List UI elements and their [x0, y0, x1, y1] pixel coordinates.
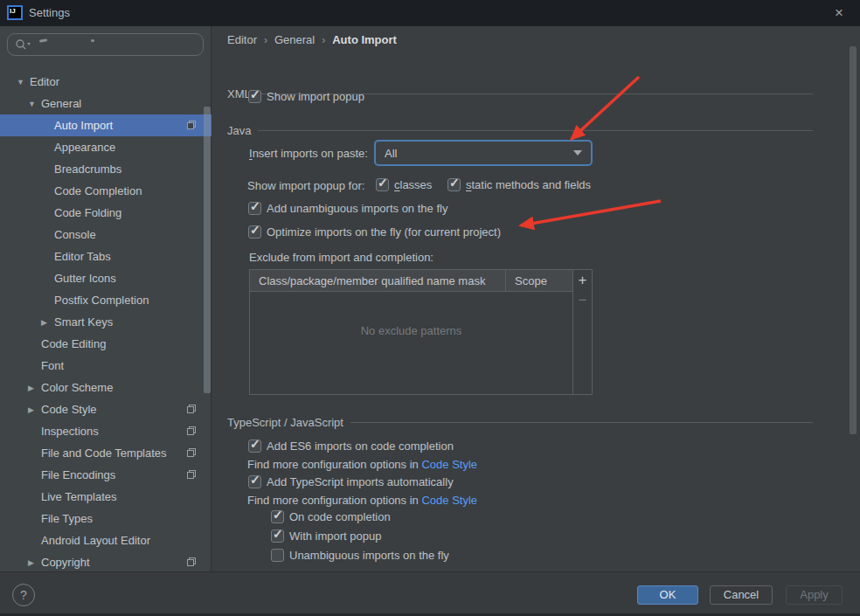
on-code-completion-checkbox[interactable]: ✓ — [271, 510, 284, 523]
breadcrumb-separator: › — [264, 34, 267, 46]
sidebar-item-android-layout-editor[interactable]: Android Layout Editor — [0, 529, 212, 551]
add-es6-checkbox[interactable]: ✓ — [248, 440, 261, 453]
optimize-imports-row: ✓ Optimize imports on the fly (for curre… — [248, 225, 501, 239]
breadcrumb-item-auto-import[interactable]: Auto Import — [332, 33, 397, 46]
sidebar-item-file-types[interactable]: File Types — [0, 508, 212, 529]
project-override-icon — [186, 404, 197, 414]
show-import-popup-checkbox[interactable]: ✓ — [248, 90, 261, 103]
title-bar: IJ Settings × — [0, 0, 860, 26]
add-pattern-button[interactable]: + — [579, 270, 587, 291]
content-scrollbar[interactable] — [850, 46, 857, 434]
sidebar-item-gutter-icons[interactable]: Gutter Icons — [0, 267, 212, 289]
window-title: Settings — [29, 6, 70, 19]
sidebar-item-label: Breadcrumbs — [54, 163, 121, 176]
sidebar-item-label: Code Folding — [54, 206, 121, 219]
column-scope[interactable]: Scope — [506, 274, 547, 287]
remove-pattern-button: − — [579, 291, 587, 310]
sidebar-item-general[interactable]: ▼General — [0, 93, 212, 114]
column-name-mask[interactable]: Class/package/member qualified name mask — [250, 270, 506, 292]
sidebar-scrollbar[interactable] — [204, 107, 211, 393]
find-more-1: Find more configuration options in Code … — [247, 458, 477, 471]
breadcrumb-item-general[interactable]: General — [274, 33, 315, 46]
add-unambiguous-checkbox[interactable]: ✓ — [248, 202, 261, 215]
project-override-icon — [186, 557, 197, 567]
sidebar-item-console[interactable]: Console — [0, 224, 212, 246]
exclude-table-toolbar: + − — [572, 270, 592, 394]
sidebar-item-color-scheme[interactable]: ▶Color Scheme — [0, 377, 212, 398]
sidebar-item-code-folding[interactable]: Code Folding — [0, 202, 212, 224]
add-ts-checkbox[interactable]: ✓ — [248, 475, 261, 488]
breadcrumb-separator: › — [322, 34, 325, 46]
sidebar-item-label: Postfix Completion — [54, 294, 149, 307]
sidebar-item-font[interactable]: Font — [0, 355, 212, 377]
add-es6-row: ✓ Add ES6 imports on code completion — [248, 440, 454, 453]
chevron-collapsed-icon[interactable]: ▶ — [41, 318, 54, 327]
search-input[interactable] — [7, 33, 204, 56]
apply-button: Apply — [786, 585, 843, 605]
sidebar-item-label: Console — [54, 228, 96, 241]
add-unambiguous-row: ✓ Add unambiguous imports on the fly — [248, 202, 447, 215]
static-methods-checkbox[interactable]: ✓ — [447, 178, 461, 191]
cancel-button[interactable]: Cancel — [710, 585, 773, 605]
sidebar-item-smart-keys[interactable]: ▶Smart Keys — [0, 311, 212, 333]
sidebar-item-appearance[interactable]: Appearance — [0, 136, 212, 158]
on-code-completion-row: ✓ On code completion — [271, 510, 391, 523]
chevron-collapsed-icon[interactable]: ▶ — [28, 558, 41, 567]
sidebar-item-file-encodings[interactable]: File Encodings — [0, 464, 212, 486]
breadcrumb: Editor›General›Auto Import — [227, 33, 397, 46]
chevron-collapsed-icon[interactable]: ▶ — [28, 384, 41, 392]
sidebar-item-label: Code Editing — [41, 337, 106, 350]
ok-button[interactable]: OK — [637, 585, 698, 605]
show-import-popup-row: ✓ Show import popup — [248, 90, 364, 103]
code-style-link[interactable]: Code Style — [421, 458, 477, 471]
insert-imports-label: Insert imports on paste: — [249, 147, 368, 160]
with-import-popup-checkbox[interactable]: ✓ — [271, 529, 284, 543]
add-ts-row: ✓ Add TypeScript imports automatically — [248, 475, 454, 488]
sidebar-item-editor[interactable]: ▼Editor — [0, 71, 212, 93]
sidebar-item-label: Smart Keys — [54, 315, 113, 329]
sidebar-item-label: General — [41, 97, 81, 110]
sidebar-item-file-and-code-templates[interactable]: File and Code Templates — [0, 442, 212, 464]
classes-row: ✓ classes — [376, 178, 432, 191]
sidebar-item-label: Copyright — [41, 556, 90, 569]
exclude-table-header: Class/package/member qualified name mask… — [250, 270, 572, 292]
sidebar-item-inspections[interactable]: Inspections — [0, 420, 212, 442]
java-section-header: Java — [227, 124, 813, 137]
settings-content: Editor›General›Auto Import XML ✓ Show im… — [212, 26, 860, 571]
project-override-icon — [186, 426, 197, 436]
exclude-label: Exclude from import and completion: — [249, 251, 433, 264]
empty-table-text: No exclude patterns — [250, 324, 572, 337]
sidebar-item-live-templates[interactable]: Live Templates — [0, 486, 212, 508]
sidebar-item-editor-tabs[interactable]: Editor Tabs — [0, 246, 212, 267]
classes-checkbox[interactable]: ✓ — [376, 178, 389, 191]
sidebar-item-code-style[interactable]: ▶Code Style — [0, 398, 212, 420]
unambiguous-fly-checkbox[interactable]: ✓ — [271, 549, 284, 562]
settings-dialog: IJ Settings × ▼Editor▼GeneralAuto Import… — [0, 0, 860, 616]
chevron-expanded-icon[interactable]: ▼ — [28, 100, 41, 108]
sidebar-item-label: Android Layout Editor — [41, 534, 150, 547]
code-style-link-2[interactable]: Code Style — [421, 494, 477, 507]
help-button[interactable]: ? — [12, 584, 35, 606]
sidebar-item-copyright[interactable]: ▶Copyright — [0, 551, 212, 571]
exclude-table: Class/package/member qualified name mask… — [249, 269, 593, 395]
sidebar-item-auto-import[interactable]: Auto Import — [0, 114, 212, 136]
breadcrumb-item-editor[interactable]: Editor — [227, 33, 257, 46]
static-methods-row: ✓ static methods and fields — [447, 178, 591, 191]
show-popup-for-label: Show import popup for: — [247, 179, 364, 192]
intellij-logo-icon: IJ — [7, 5, 23, 20]
sidebar-item-label: File Encodings — [41, 468, 115, 481]
insert-imports-dropdown[interactable]: All — [374, 140, 593, 166]
chevron-collapsed-icon[interactable]: ▶ — [28, 405, 41, 414]
close-icon[interactable]: × — [830, 4, 848, 22]
sidebar-item-breadcrumbs[interactable]: Breadcrumbs — [0, 158, 212, 180]
settings-tree: ▼Editor▼GeneralAuto ImportAppearanceBrea… — [0, 71, 212, 571]
chevron-expanded-icon[interactable]: ▼ — [17, 78, 30, 87]
unambiguous-fly-row: ✓ Unambiguous imports on the fly — [271, 549, 449, 562]
sidebar-item-postfix-completion[interactable]: Postfix Completion — [0, 289, 212, 311]
sidebar-item-code-completion[interactable]: Code Completion — [0, 180, 212, 202]
project-override-icon — [186, 447, 197, 458]
sidebar-item-label: Live Templates — [41, 490, 116, 503]
sidebar-item-label: Auto Import — [54, 119, 113, 132]
sidebar-item-code-editing[interactable]: Code Editing — [0, 333, 212, 355]
optimize-imports-checkbox[interactable]: ✓ — [248, 225, 261, 239]
